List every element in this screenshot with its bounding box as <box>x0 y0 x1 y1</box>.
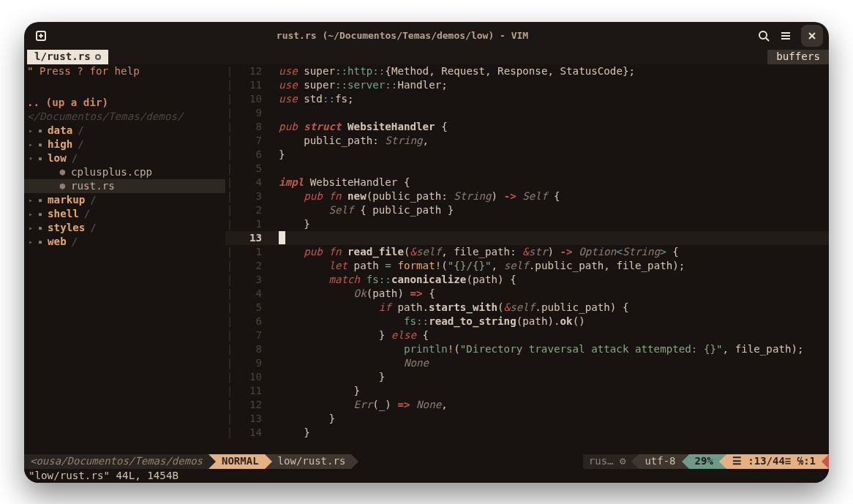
line-number: 2 <box>234 203 266 217</box>
code-content: fs::read_to_string(path).ok() <box>279 315 585 328</box>
code-content: Ok(path) => { <box>279 287 435 301</box>
line-number: 3 <box>234 189 266 203</box>
code-line[interactable]: |7 public_path: String, <box>225 134 829 148</box>
code-content: } <box>279 384 360 398</box>
code-line[interactable]: |1 } <box>225 217 829 231</box>
status-percent: 29% <box>689 454 719 469</box>
folder-icon: ▪ <box>38 138 42 151</box>
code-content: pub fn read_file(&self, file_path: &str)… <box>279 245 679 259</box>
code-line[interactable]: |6 fs::read_to_string(path).ok() <box>225 315 829 328</box>
code-line[interactable]: |11 } <box>225 384 829 398</box>
code-line[interactable]: |4 Ok(path) => { <box>225 287 829 301</box>
file-explorer[interactable]: " Press ? for help .. (up a dir) </Docum… <box>24 64 225 454</box>
folder-icon: ▪ <box>38 235 42 249</box>
code-line[interactable]: |2 Self { public_path } <box>225 203 829 217</box>
code-content: let path = format!("{}/{}", self.public_… <box>279 259 685 273</box>
vim-cmdline: "low/rust.rs" 44L, 1454B <box>24 469 829 483</box>
tree-folder[interactable]: ▸▪shell/ <box>24 207 225 221</box>
new-tab-button[interactable] <box>30 25 52 47</box>
tree-folder[interactable]: ▸▪styles/ <box>24 221 225 235</box>
code-line[interactable]: |2 let path = format!("{}/{}", self.publ… <box>225 259 829 273</box>
code-line[interactable]: |14 } <box>225 426 829 440</box>
line-number: 13 <box>234 231 266 245</box>
explorer-updir[interactable]: .. (up a dir) <box>24 96 225 110</box>
search-button[interactable] <box>753 25 775 47</box>
code-line[interactable]: |9 None <box>225 356 829 370</box>
tree-folder[interactable]: ▸▪markup/ <box>24 193 225 207</box>
code-line[interactable]: |5 <box>225 162 829 176</box>
separator-icon <box>682 454 689 469</box>
folder-label: data <box>48 124 72 138</box>
code-line[interactable]: |3 match fs::canonicalize(path) { <box>225 273 829 287</box>
line-number: 3 <box>234 273 266 287</box>
cursor <box>279 231 285 244</box>
file-icon: ⬢ <box>59 179 66 193</box>
file-icon: ⬢ <box>59 165 66 179</box>
vim-tabline: l/rust.rs buffers <box>24 50 829 64</box>
separator-icon <box>631 454 639 469</box>
code-line[interactable]: |12 use super::http::{Method, Request, R… <box>225 64 829 78</box>
folder-label: shell <box>48 207 79 221</box>
tree-folder[interactable]: ▸▪high/ <box>24 138 225 151</box>
code-line[interactable]: |8 pub struct WebsiteHandler { <box>225 120 829 134</box>
folder-label: web <box>48 235 67 249</box>
folder-icon: ▪ <box>38 124 42 138</box>
line-number: 12 <box>234 398 266 412</box>
plus-icon <box>34 29 48 42</box>
code-line[interactable]: |4 impl WebsiteHandler { <box>225 176 829 189</box>
code-content: Err(_) => None, <box>279 398 448 412</box>
svg-line-4 <box>766 38 769 41</box>
statusline: <ousa/Documentos/Temas/demos NORMAL low/… <box>24 454 829 469</box>
tree-folder[interactable]: ▾▪low/ <box>24 151 225 165</box>
status-encoding: utf-8 <box>639 454 681 469</box>
folder-label: low <box>48 151 67 165</box>
code-line[interactable]: |6 } <box>225 148 829 162</box>
tab-current[interactable]: l/rust.rs <box>27 50 108 64</box>
code-content: impl WebsiteHandler { <box>279 176 410 189</box>
terminal-window: rust.rs (~/Documentos/Temas/demos/low) -… <box>24 22 829 483</box>
tree-folder[interactable]: ▸▪data/ <box>24 124 225 138</box>
chevron-right-icon: ▸ <box>29 138 33 151</box>
tree-file[interactable]: ⬢ rust.rs <box>24 179 225 193</box>
line-number: 10 <box>234 92 266 106</box>
line-number: 1 <box>234 217 266 231</box>
folder-label: high <box>48 138 72 151</box>
line-number: 7 <box>234 328 266 342</box>
code-line[interactable]: |12 Err(_) => None, <box>225 398 829 412</box>
line-number: 8 <box>234 342 266 356</box>
code-line[interactable]: |11 use super::server::Handler; <box>225 78 829 92</box>
file-label: cplusplus.cpp <box>71 165 152 179</box>
main-split: " Press ? for help .. (up a dir) </Docum… <box>24 64 829 454</box>
folder-label: markup <box>48 193 85 207</box>
code-line[interactable]: |3 pub fn new(public_path: String) -> Se… <box>225 189 829 203</box>
line-number: 9 <box>234 106 266 120</box>
line-number: 1 <box>234 245 266 259</box>
separator-icon <box>822 454 829 469</box>
line-number: 4 <box>234 176 266 189</box>
tab-label: l/rust.rs <box>34 50 91 64</box>
menu-button[interactable] <box>775 25 797 47</box>
code-line[interactable]: 13 <box>225 231 829 245</box>
line-number: 9 <box>234 356 266 370</box>
code-line[interactable]: |8 println!("Directory traversal attack … <box>225 342 829 356</box>
tree-file[interactable]: ⬢ cplusplus.cpp <box>24 165 225 179</box>
svg-point-3 <box>759 31 767 39</box>
code-line[interactable]: |5 if path.starts_with(&self.public_path… <box>225 301 829 315</box>
buffers-indicator[interactable]: buffers <box>767 50 829 64</box>
titlebar: rust.rs (~/Documentos/Temas/demos/low) -… <box>24 22 829 50</box>
close-button[interactable] <box>801 25 823 47</box>
code-line[interactable]: |1 pub fn read_file(&self, file_path: &s… <box>225 245 829 259</box>
tree-folder[interactable]: ▸▪web/ <box>24 235 225 249</box>
folder-icon: ▪ <box>38 207 42 221</box>
code-line[interactable]: |13 } <box>225 412 829 426</box>
status-filetype: rus… ⚙ <box>583 454 632 469</box>
line-number: 11 <box>234 384 266 398</box>
code-content: } <box>279 370 385 384</box>
code-editor[interactable]: |12 use super::http::{Method, Request, R… <box>225 64 829 454</box>
code-line[interactable]: |7 } else { <box>225 328 829 342</box>
code-line[interactable]: |10 use std::fs; <box>225 92 829 106</box>
code-line[interactable]: |10 } <box>225 370 829 384</box>
code-line[interactable]: |9 <box>225 106 829 120</box>
menu-icon <box>779 29 792 42</box>
chevron-right-icon: ▸ <box>29 207 33 221</box>
